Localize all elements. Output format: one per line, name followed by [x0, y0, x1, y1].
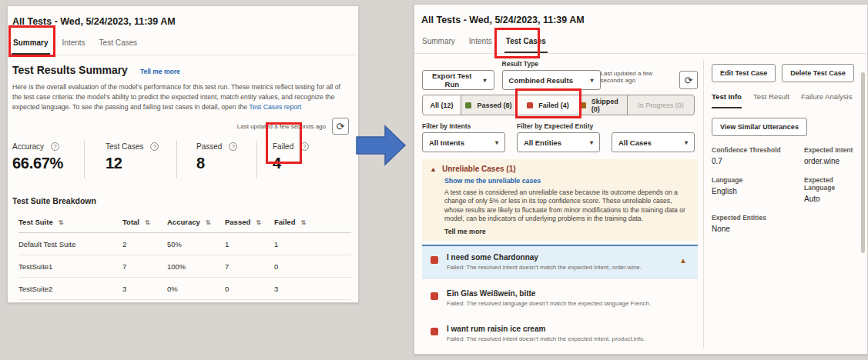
chevron-down-icon: ▾ [590, 139, 593, 146]
intents-filter-select[interactable]: All Intents▾ [422, 132, 505, 152]
chip-skipped[interactable]: Skipped (0) [579, 95, 628, 115]
metric-passed: Passed? 8 [176, 141, 256, 178]
metric-passed-value: 8 [196, 155, 256, 172]
list-item-case[interactable]: I want rum raisin ice cream Failed: The … [422, 318, 698, 349]
tab-test-result[interactable]: Test Result [753, 92, 789, 108]
list-item-case[interactable]: Ein Glas Weißwein, bitte Failed: The res… [422, 282, 698, 314]
field-expected-intent: Expected Intent order.wine [804, 146, 863, 165]
vertical-divider [703, 60, 704, 348]
help-icon[interactable]: ? [150, 142, 159, 151]
show-unreliable-cases-link[interactable]: Show me the unreliable cases [444, 177, 689, 185]
summary-description: Here is the overall evaluation of the mo… [12, 82, 345, 112]
unreliable-cases-banner: ▲ Unreliable Cases (1) Show me the unrel… [422, 159, 698, 241]
chevron-down-icon: ▾ [685, 139, 688, 146]
refresh-button[interactable]: ⟳ [679, 71, 698, 89]
edit-test-case-button[interactable]: Edit Test Case [712, 64, 776, 82]
failed-square-icon [527, 102, 533, 108]
field-language: Language English [712, 176, 804, 203]
list-item-case[interactable]: I need some Chardonnay Failed: The resol… [422, 245, 698, 278]
tab-test-cases[interactable]: Test Cases [98, 37, 139, 55]
sort-icon[interactable]: ⇅ [206, 219, 211, 226]
result-type-select[interactable]: Combined Results▾ [502, 70, 601, 90]
skipped-square-icon [580, 102, 586, 108]
field-confidence-threshold: Confidence Threshold 0.7 [712, 146, 804, 165]
view-similar-utterances-button[interactable]: View Similar Utterances [712, 118, 807, 136]
unreliable-cases-title: Unreliable Cases (1) [442, 165, 516, 173]
scrollbar[interactable] [861, 72, 865, 253]
detail-tab-bar: Test Info Test Result Failure Analysis [712, 92, 863, 108]
result-filter-chips: All (12) Passed (8) Failed (4) Skipped (… [422, 95, 698, 115]
table-row: Default Test Suite 2 50% 1 1 [18, 233, 351, 255]
filters-row: Filter by Intents All Intents▾ Filter by… [422, 122, 698, 152]
tab-intents[interactable]: Intents [61, 37, 87, 55]
chevron-down-icon: ▾ [591, 77, 594, 84]
suite-link[interactable]: Default Test Suite [18, 233, 122, 255]
page-title: All Tests - Wed, 5/24/2023, 11:39 AM [421, 15, 860, 25]
tab-test-cases[interactable]: Test Cases [504, 35, 548, 53]
result-type-label: Result Type [502, 60, 601, 68]
chip-all[interactable]: All (12) [422, 95, 461, 115]
metric-test-cases-value: 12 [106, 155, 176, 172]
suite-link[interactable]: TestSuite2 [18, 278, 122, 300]
failed-square-icon [431, 292, 438, 300]
chevron-down-icon: ▾ [484, 77, 487, 84]
list-item-case[interactable]: What white wines do you have? Failed: Th… [422, 353, 698, 355]
chip-in-progress[interactable]: In Progress (0) [627, 95, 695, 115]
metric-accuracy: Accuracy? 66.67% [12, 141, 84, 178]
test-suite-table: Test Suite⇅ Total⇅ Accuracy⇅ Passed⇅ Fai… [18, 212, 351, 300]
tell-me-more-link[interactable]: Tell me more [140, 68, 180, 75]
field-expected-language: Expected Language Auto [804, 176, 863, 203]
tab-summary[interactable]: Summary [12, 37, 50, 55]
last-updated-text: Last updated a few seconds ago [601, 70, 674, 84]
help-icon[interactable]: ? [229, 142, 237, 151]
metric-accuracy-value: 66.67% [12, 155, 84, 172]
chip-passed[interactable]: Passed (8) [461, 95, 517, 115]
filter-entity-label: Filter by Expected Entity [517, 122, 600, 130]
table-header-row: Test Suite⇅ Total⇅ Accuracy⇅ Passed⇅ Fai… [18, 212, 351, 233]
unreliable-warning-icon: ▲ [679, 256, 692, 265]
sort-icon[interactable]: ⇅ [300, 219, 306, 226]
cases-filter-select[interactable]: All Cases▾ [612, 132, 695, 152]
page-title: All Tests - Wed, 5/24/2023, 11:39 AM [12, 16, 350, 27]
help-icon[interactable]: ? [300, 142, 309, 151]
tab-bar: Summary Intents Test Cases [8, 37, 358, 55]
failed-square-icon [431, 256, 438, 264]
metrics-row: Accuracy? 66.67% Test Cases? 12 Passed? … [12, 141, 358, 178]
summary-view-panel: All Tests - Wed, 5/24/2023, 11:39 AM Sum… [7, 5, 359, 303]
test-case-detail-panel: Edit Test Case Delete Test Case Test Inf… [712, 64, 863, 233]
export-test-run-button[interactable]: Export Test Run▾ [422, 70, 494, 90]
failed-case-list: I need some Chardonnay Failed: The resol… [422, 245, 698, 355]
failed-square-icon [431, 328, 438, 335]
entity-filter-select[interactable]: All Entities▾ [517, 132, 600, 152]
chevron-down-icon: ▾ [495, 139, 498, 146]
tab-summary[interactable]: Summary [421, 35, 457, 53]
breakdown-heading: Test Suite Breakdown [12, 196, 358, 205]
sort-icon[interactable]: ⇅ [256, 219, 261, 226]
metric-failed: Failed? 4 [256, 141, 310, 178]
tab-intents[interactable]: Intents [468, 35, 494, 53]
last-updated-text: Last updated a few seconds ago [237, 123, 326, 130]
section-heading: Test Results Summary [12, 64, 128, 76]
sort-icon[interactable]: ⇅ [59, 219, 64, 226]
unreliable-cases-description: A test case is considered an unreliable … [444, 188, 689, 223]
tab-failure-analysis[interactable]: Failure Analysis [801, 92, 853, 108]
test-cases-report-link[interactable]: Test Cases report [249, 103, 301, 111]
help-icon[interactable]: ? [51, 142, 59, 151]
test-info-fields: Confidence Threshold 0.7 Expected Intent… [712, 146, 863, 233]
chip-failed[interactable]: Failed (4) [516, 95, 580, 115]
warning-icon: ▲ [430, 165, 437, 173]
sort-icon[interactable]: ⇅ [145, 219, 150, 226]
refresh-icon: ⟳ [685, 75, 693, 85]
filter-intents-label: Filter by Intents [422, 122, 505, 130]
metric-failed-value: 4 [273, 155, 310, 172]
tell-me-more-link[interactable]: Tell me more [444, 228, 689, 235]
delete-test-case-button[interactable]: Delete Test Case [782, 64, 853, 82]
tab-bar: Summary Intents Test Cases [414, 35, 867, 54]
table-row: TestSuite2 3 0% 0 3 [18, 278, 351, 300]
refresh-icon: ⟳ [337, 122, 345, 132]
test-cases-main: Export Test Run▾ Result Type Combined Re… [422, 60, 698, 355]
suite-link[interactable]: TestSuite1 [18, 255, 122, 278]
toolbar: Export Test Run▾ Result Type Combined Re… [422, 60, 698, 90]
refresh-button[interactable]: ⟳ [332, 118, 349, 135]
tab-test-info[interactable]: Test Info [712, 92, 742, 108]
